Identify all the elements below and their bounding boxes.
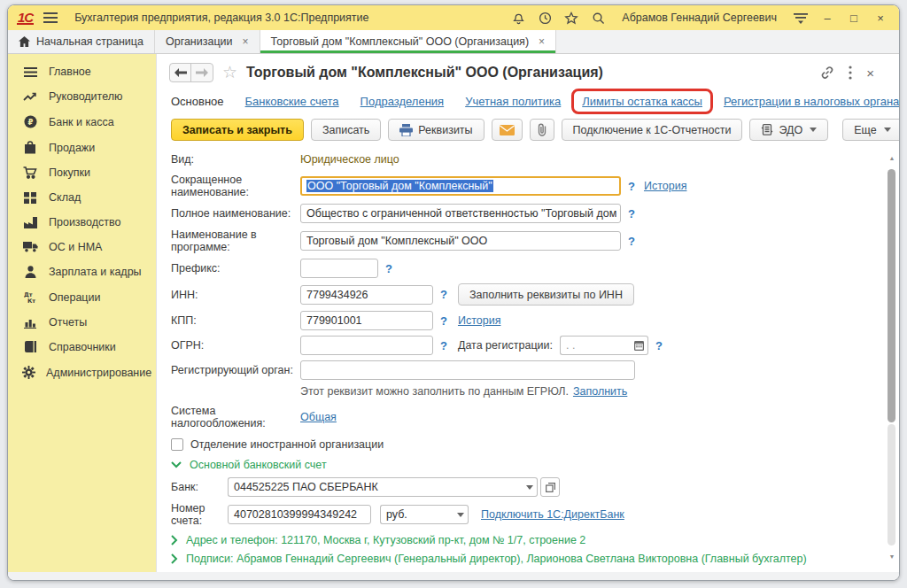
calendar-icon[interactable] xyxy=(631,336,648,355)
help-marker[interactable]: ? xyxy=(440,288,447,301)
service-menu-icon[interactable] xyxy=(791,9,810,27)
sidebar-item-warehouse[interactable]: Склад xyxy=(8,185,156,210)
program-name-input[interactable]: Торговый дом "Комплексный" ООО xyxy=(300,231,621,251)
help-marker[interactable]: ? xyxy=(628,180,635,193)
bank-dropdown-icon[interactable] xyxy=(520,477,538,497)
full-name-input[interactable]: Общество с ограниченной ответственностью… xyxy=(300,204,621,223)
send-email-button[interactable] xyxy=(492,119,523,141)
vertical-scrollbar[interactable]: ▲ ▼ xyxy=(887,153,897,561)
nav-departments[interactable]: Подразделения xyxy=(360,95,445,108)
edo-button[interactable]: ЭДО xyxy=(749,119,828,141)
help-marker[interactable]: ? xyxy=(440,339,447,352)
title-bar: 1С Бухгалтерия предприятия, редакция 3.0… xyxy=(8,5,899,30)
sidebar-item-main[interactable]: Главное xyxy=(8,59,156,84)
scroll-down-icon[interactable]: ▼ xyxy=(888,553,895,560)
sidebar-item-fixed-assets[interactable]: ОС и НМА xyxy=(8,235,156,259)
close-window-button[interactable]: × xyxy=(871,9,890,27)
ogrn-input[interactable] xyxy=(300,336,433,355)
sidebar-item-manager[interactable]: Руководителю xyxy=(8,84,156,109)
bank-open-icon[interactable] xyxy=(540,477,560,497)
short-name-input[interactable]: ООО "Торговый дом "Комплексный" xyxy=(300,176,621,196)
minimize-button[interactable]: – xyxy=(818,9,837,27)
egrul-fill-link[interactable]: Заполнить xyxy=(573,385,627,398)
tax-system-link[interactable]: Общая xyxy=(300,411,337,423)
foreign-branch-checkbox[interactable] xyxy=(171,438,183,451)
requisites-label: Реквизиты xyxy=(418,124,472,136)
sidebar-item-label: Руководителю xyxy=(49,90,122,103)
sidebar-item-bank-cash[interactable]: ₽ Банк и касса xyxy=(8,109,156,135)
tab-organizations-label: Организации xyxy=(166,35,233,48)
favorite-star-icon[interactable]: ☆ xyxy=(222,65,237,81)
sidebar-item-label: Главное xyxy=(49,66,91,78)
organization-card-panel: ☆ Торговый дом "Комплексный" ООО (Органи… xyxy=(156,54,899,572)
help-marker[interactable]: ? xyxy=(628,207,635,220)
current-user[interactable]: Абрамов Геннадий Сергеевич xyxy=(622,12,777,24)
sidebar-item-administration[interactable]: Администрирование xyxy=(8,360,156,385)
sidebar-item-reports[interactable]: Отчеты xyxy=(8,310,156,335)
sidebar-item-production[interactable]: Производство xyxy=(8,210,156,235)
more-button[interactable]: Еще xyxy=(842,119,899,141)
tab-organizations[interactable]: Организации × xyxy=(155,30,260,53)
get-link-icon[interactable] xyxy=(820,66,834,80)
reg-date-input[interactable]: . . xyxy=(560,336,631,355)
tab-close-icon[interactable]: × xyxy=(539,35,545,48)
back-arrow-icon[interactable] xyxy=(170,64,191,81)
nav-accounting-policy[interactable]: Учетная политика xyxy=(465,95,561,108)
sidebar-item-label: ОС и НМА xyxy=(49,241,102,253)
nav-main[interactable]: Основное xyxy=(171,95,224,108)
short-name-history-link[interactable]: История xyxy=(644,180,686,192)
section-address-phone[interactable]: Адрес и телефон: 121170, Москва г, Кутуз… xyxy=(186,534,585,546)
scrollbar-thumb[interactable] xyxy=(888,169,895,422)
reg-date-label: Дата регистрации: xyxy=(458,339,553,352)
sidebar-item-payroll-hr[interactable]: Зарплата и кадры xyxy=(8,259,156,284)
fill-by-inn-button[interactable]: Заполнить реквизиты по ИНН xyxy=(458,283,634,306)
svg-text:Кт: Кт xyxy=(27,298,35,304)
card-toolbar: Записать и закрыть Записать Реквизиты По… xyxy=(157,115,899,148)
inn-input[interactable]: 7799434926 xyxy=(300,285,433,305)
save-button[interactable]: Записать xyxy=(311,119,381,141)
tab-home[interactable]: Начальная страница xyxy=(8,30,155,53)
forward-arrow-icon[interactable] xyxy=(191,64,213,81)
tab-organization-card[interactable]: Торговый дом "Комплексный" ООО (Организа… xyxy=(260,30,556,53)
help-marker[interactable]: ? xyxy=(628,235,635,248)
help-marker[interactable]: ? xyxy=(385,262,392,275)
currency-dropdown-icon[interactable] xyxy=(451,505,469,524)
nav-cash-limits[interactable]: Лимиты остатка кассы xyxy=(582,95,702,108)
connect-1c-reporting-button[interactable]: Подключение к 1С-Отчетности xyxy=(562,119,743,141)
notifications-icon[interactable] xyxy=(508,9,528,27)
scroll-up-icon[interactable]: ▲ xyxy=(888,155,895,161)
help-marker[interactable]: ? xyxy=(440,314,447,328)
prefix-input[interactable] xyxy=(300,259,378,278)
currency-input[interactable]: руб. xyxy=(380,505,451,524)
attachments-button[interactable] xyxy=(530,119,554,141)
nav-tax-registrations[interactable]: Регистрации в налоговых органах xyxy=(724,95,899,108)
kpp-history-link[interactable]: История xyxy=(458,314,500,327)
save-and-close-button[interactable]: Записать и закрыть xyxy=(171,119,304,141)
window-footer xyxy=(8,572,899,580)
maximize-button[interactable]: □ xyxy=(844,9,864,27)
history-icon[interactable] xyxy=(535,9,554,27)
directbank-link[interactable]: Подключить 1С:ДиректБанк xyxy=(481,508,624,521)
nav-bank-accounts[interactable]: Банковские счета xyxy=(245,95,339,108)
kpp-input[interactable]: 779901001 xyxy=(300,311,433,330)
bank-section-header[interactable]: Основной банковский счет xyxy=(190,459,327,471)
main-menu-icon[interactable] xyxy=(41,9,60,27)
section-logo-stamp[interactable]: Логотип и печать xyxy=(186,571,273,572)
sidebar-item-directories[interactable]: Справочники xyxy=(8,335,156,360)
favorites-icon[interactable] xyxy=(562,9,581,27)
section-signatures[interactable]: Подписи: Абрамов Геннадий Сергеевич (Ген… xyxy=(186,553,807,565)
sidebar-item-operations[interactable]: ДтКт Операции xyxy=(8,284,156,310)
tab-home-label: Начальная страница xyxy=(36,35,143,48)
close-form-icon[interactable]: × xyxy=(866,66,874,81)
search-icon[interactable] xyxy=(588,9,608,27)
requisites-button[interactable]: Реквизиты xyxy=(388,119,484,141)
account-number-input[interactable]: 40702810399994349242 xyxy=(228,505,371,524)
app-title: Бухгалтерия предприятия, редакция 3.0 1С… xyxy=(74,12,368,24)
reg-authority-input[interactable] xyxy=(300,360,635,380)
sidebar-item-purchases[interactable]: Покупки xyxy=(8,160,156,185)
tab-close-icon[interactable]: × xyxy=(243,35,249,48)
bank-input[interactable]: 044525225 ПАО СБЕРБАНК xyxy=(228,477,520,497)
sidebar-item-sales[interactable]: Продажи xyxy=(8,135,156,160)
more-vertical-icon[interactable] xyxy=(849,66,852,80)
help-marker[interactable]: ? xyxy=(655,339,663,352)
